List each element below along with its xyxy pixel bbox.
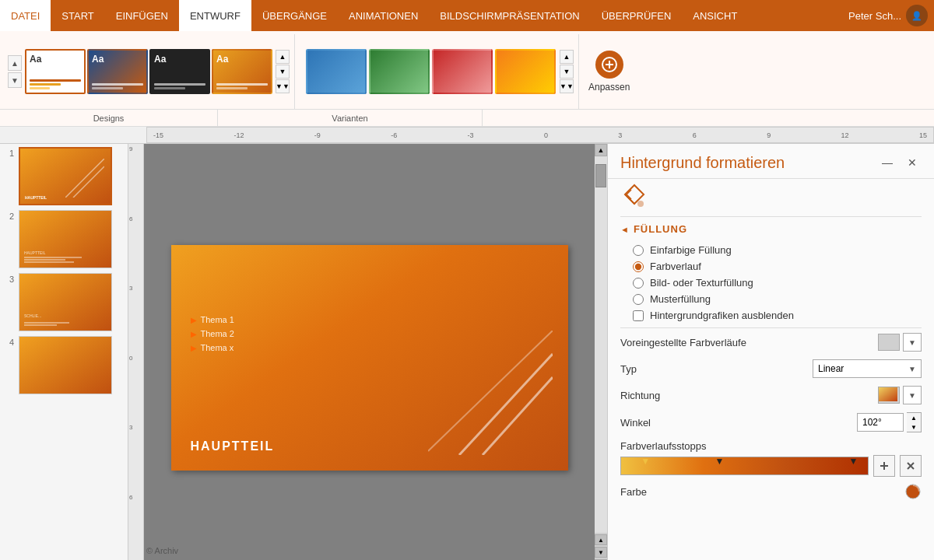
richtung-chevron-icon: ▼	[908, 391, 916, 400]
slide-thumb-3[interactable]: SCHLIE...	[19, 273, 112, 331]
slide-number-4: 4	[3, 336, 14, 347]
voreingestellte-dropdown-btn[interactable]: ▼	[903, 333, 922, 352]
variant-yellow[interactable]	[495, 49, 556, 94]
svg-line-2	[73, 166, 104, 198]
variant-red[interactable]	[432, 49, 493, 94]
farbe-row: Farbe	[620, 483, 922, 500]
slide-number-2: 2	[3, 210, 14, 221]
variant-blue[interactable]	[306, 49, 367, 94]
scroll-down-btn[interactable]: ▼	[8, 72, 22, 88]
varianten-label: Varianten	[218, 110, 483, 126]
designs-scroll-up[interactable]: ▲	[276, 50, 290, 64]
varianten-section: ▲ ▼ ▼▼	[301, 34, 579, 109]
menu-entwurf[interactable]: ENTWURF	[179, 0, 251, 31]
menu-einfuegen[interactable]: EINFÜGEN	[105, 0, 179, 31]
panel-close-btn[interactable]: ✕	[903, 153, 922, 172]
menu-bildschirm[interactable]: BILDSCHIRMPRÄSENTATION	[429, 0, 590, 31]
vscroll-up-btn[interactable]: ▲	[595, 144, 607, 156]
menu-uebergaenge[interactable]: ÜBERGÄNGE	[251, 0, 338, 31]
winkel-down-btn[interactable]: ▼	[907, 422, 921, 432]
theme-dark[interactable]: Aa	[149, 49, 210, 94]
winkel-input[interactable]: 102°	[857, 413, 904, 432]
menu-start[interactable]: START	[51, 0, 104, 31]
gradient-bar-row: ▼ ▼ ▼	[620, 455, 922, 477]
voreingestellte-row: Voreingestellte Farbverläufe ▼	[620, 333, 922, 352]
ribbon: ▲ ▼ Aa Aa	[0, 31, 934, 127]
theme-scroll-left: ▲ ▼	[8, 55, 22, 88]
user-badge[interactable]: Peter Sch... 👤	[848, 5, 928, 26]
menu-datei[interactable]: DATEI	[0, 0, 51, 31]
slide-thumb-1[interactable]: HAUPTTEIL	[19, 147, 112, 205]
winkel-row: Winkel 102° ▲ ▼	[620, 412, 922, 432]
canvas-area[interactable]: ▶ Thema 1 ▶ Thema 2 ▶ Thema x HAUPTTEIL	[144, 144, 595, 560]
slide-diag-deco	[428, 331, 553, 455]
slide-thumb-4[interactable]	[19, 336, 112, 394]
svg-line-1	[65, 159, 104, 198]
panel-minimize-btn[interactable]: —	[878, 153, 897, 172]
gradient-stop-2[interactable]: ▼	[715, 456, 724, 467]
designs-scroll-more[interactable]: ▼▼	[276, 79, 290, 93]
vscroll-pagedown-btn[interactable]: ▼	[595, 547, 607, 558]
gradient-bar[interactable]: ▼ ▼ ▼	[620, 457, 869, 475]
slide-number-1: 1	[3, 147, 14, 158]
slide-thumb-2[interactable]: HAUPTTEIL	[19, 210, 112, 268]
slide-bullets: ▶ Thema 1 ▶ Thema 2 ▶ Thema x	[191, 315, 234, 357]
variants-scroll-more[interactable]: ▼▼	[560, 79, 574, 93]
vscroll-thumb[interactable]	[595, 164, 606, 187]
richtung-preview[interactable]	[878, 387, 900, 404]
voreingestellte-swatch[interactable]	[878, 334, 900, 351]
slide-item-1[interactable]: 1 HAUPTTEIL	[3, 147, 125, 205]
panel-header: Hintergrund formatieren — ✕	[608, 144, 934, 179]
variants-scroll-up[interactable]: ▲	[560, 50, 574, 64]
slide1-hauptteil: HAUPTTEIL	[25, 195, 47, 200]
designs-scroll: ▲ ▼ ▼▼	[276, 50, 290, 93]
typ-dropdown[interactable]: Linear ▼	[813, 359, 922, 378]
gradient-remove-stop-btn[interactable]	[900, 455, 922, 477]
properties-section: Voreingestellte Farbverläufe ▼ Typ Linea…	[608, 328, 934, 513]
panel-header-icons: — ✕	[878, 153, 922, 172]
radio-muster[interactable]	[633, 294, 644, 305]
radio-bildtextur[interactable]	[633, 278, 644, 289]
ruler-horizontal: -15 -12 -9 -6 -3 0 3 6 9 12 15	[146, 127, 934, 143]
slide-canvas[interactable]: ▶ Thema 1 ▶ Thema 2 ▶ Thema x HAUPTTEIL	[171, 245, 568, 471]
anpassen-button[interactable]: Anpassen	[579, 34, 639, 109]
fuellung-section-header[interactable]: ◄ FÜLLUNG	[608, 217, 934, 241]
menu-ueberpruefen[interactable]: ÜBERPRÜFEN	[591, 0, 683, 31]
theme-orange[interactable]: Aa	[212, 49, 272, 94]
add-stop-icon	[879, 460, 890, 471]
slide1-diag-lines	[65, 159, 104, 198]
slide-item-3[interactable]: 3 SCHLIE...	[3, 273, 125, 331]
color-picker-icon[interactable]	[904, 483, 922, 500]
winkel-spinner: ▲ ▼	[907, 412, 922, 432]
designs-vscroll: ▲ ▼ ▼▼	[274, 50, 290, 93]
scroll-up-btn[interactable]: ▲	[8, 55, 22, 71]
menu-ansicht[interactable]: ANSICHT	[682, 0, 748, 31]
fuellung-title: FÜLLUNG	[634, 223, 687, 235]
menu-animationen[interactable]: ANIMATIONEN	[338, 0, 429, 31]
richtung-dropdown-btn[interactable]: ▼	[903, 386, 922, 404]
menu-bar: DATEI START EINFÜGEN ENTWURF ÜBERGÄNGE A…	[0, 0, 934, 31]
radio-einfarbig[interactable]	[633, 245, 644, 256]
ruler-vertical: 9 6 3 0 3 6 9	[128, 144, 144, 560]
gradient-add-stop-btn[interactable]	[873, 455, 895, 477]
designs-scroll-down[interactable]: ▼	[276, 65, 290, 79]
anpassen-label: Anpassen	[588, 82, 630, 93]
slide-item-4[interactable]: 4	[3, 336, 125, 394]
winkel-up-btn[interactable]: ▲	[907, 413, 921, 422]
radio-bildtextur-row: Bild- oder Texturfüllung	[633, 277, 922, 289]
vscroll-track[interactable]	[595, 156, 607, 533]
checkbox-hintergrundgrafiken[interactable]	[633, 310, 644, 321]
radio-farbverlauf-label: Farbverlauf	[650, 261, 701, 272]
paint-icon-area	[608, 179, 934, 216]
variant-green[interactable]	[369, 49, 430, 94]
designs-section: ▲ ▼ Aa Aa	[3, 34, 295, 109]
theme-colorful[interactable]: Aa	[87, 49, 148, 94]
slide-item-2[interactable]: 2 HAUPTTEIL	[3, 210, 125, 268]
theme-white[interactable]: Aa	[25, 49, 86, 94]
vscroll-pageup-btn[interactable]: ▲	[595, 534, 607, 545]
gradient-stop-1[interactable]: ▼	[641, 456, 650, 467]
radio-farbverlauf[interactable]	[633, 261, 644, 272]
gradient-stop-3[interactable]: ▼	[848, 456, 858, 467]
variants-scroll-down[interactable]: ▼	[560, 65, 574, 79]
svg-line-3	[459, 354, 553, 455]
